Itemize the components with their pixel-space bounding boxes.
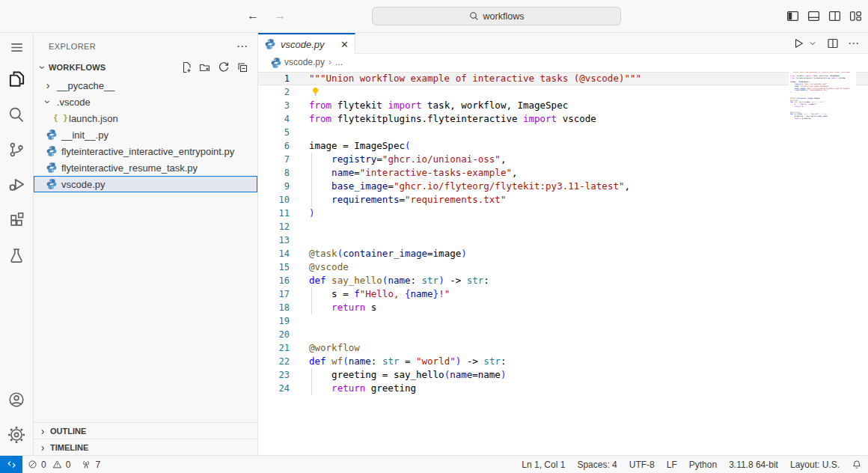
code-line-12[interactable]: 12 [258,220,868,234]
new-file-icon[interactable] [180,61,192,73]
breadcrumb-file[interactable]: vscode.py [284,57,325,67]
explorer-more-actions-icon[interactable]: ⋯ [236,40,248,53]
run-dropdown-chevron-icon[interactable] [809,37,816,49]
breadcrumb[interactable]: vscode.py › ... [258,54,868,70]
activity-item-testing[interactable] [0,237,34,272]
line-number[interactable]: 22 [258,355,309,368]
line-number[interactable]: 4 [258,112,309,126]
encoding-status[interactable]: UTF-8 [623,456,661,473]
code-line-1[interactable]: 1"""Union workflow example of interactiv… [258,72,868,85]
code-editor[interactable]: 1"""Union workflow example of interactiv… [258,70,868,455]
indentation-status[interactable]: Spaces: 4 [571,456,623,473]
code-line-4[interactable]: 4from flytekitplugins.flyteinteractive i… [258,112,868,126]
code-line-2[interactable]: 2 [258,85,868,99]
tab-vscode-py[interactable]: vscode.py ✕ [258,33,355,54]
problems-status[interactable]: 0 0 [22,456,76,473]
file-tree-item-flyteinteractive-interactive-entrypoint-py[interactable]: flyteinteractive_interactive_entrypoint.… [34,143,257,159]
activity-item-source-control[interactable] [0,132,34,167]
code-line-16[interactable]: 16def say_hello(name: str) -> str: [258,274,868,287]
line-number[interactable]: 1 [258,72,309,85]
activity-item-explorer[interactable] [0,61,34,97]
code-line-17[interactable]: 17 s = f"Hello, {name}!" [258,287,868,301]
breadcrumb-symbol[interactable]: ... [335,57,343,67]
navigate-back-icon[interactable]: ← [247,9,259,22]
new-folder-icon[interactable] [199,61,211,73]
code-line-10[interactable]: 10 requirements="requirements.txt" [258,193,868,207]
line-number[interactable]: 15 [258,260,309,274]
code-line-21[interactable]: 21@workflow [258,341,868,355]
code-line-6[interactable]: 6image = ImageSpec( [258,139,868,153]
workflows-section-header[interactable]: › WORKFLOWS [34,59,257,76]
activity-item-menu[interactable] [0,33,34,61]
file-tree-item-vscode-py[interactable]: vscode.py [34,176,257,192]
keyboard-layout-status[interactable]: Layout: U.S. [784,456,846,473]
cursor-position-status[interactable]: Ln 1, Col 1 [516,456,571,473]
file-tree-item-launch-json[interactable]: { }launch.json [34,110,257,126]
line-number[interactable]: 5 [258,126,309,139]
line-number[interactable]: 21 [258,341,309,355]
code-line-5[interactable]: 5 [258,126,868,139]
code-line-11[interactable]: 11) [258,207,868,220]
navigate-forward-icon[interactable]: → [274,9,286,22]
file-tree-item--init-py[interactable]: __init__.py [34,126,257,143]
minimap[interactable]: """Union workflow example of interactive… [789,72,856,162]
line-number[interactable]: 7 [258,153,309,166]
file-tree-item--pycache-[interactable]: ›__pycache__ [34,77,257,94]
activity-item-settings-gear[interactable] [0,417,34,452]
line-number[interactable]: 14 [258,247,309,260]
line-number[interactable]: 24 [258,382,309,395]
activity-item-extensions[interactable] [0,202,34,237]
python-interpreter-status[interactable]: 3.11.8 64-bit [723,456,784,473]
editor-more-actions-icon[interactable]: ⋯ [848,37,859,49]
line-number[interactable]: 16 [258,274,309,287]
line-number[interactable]: 12 [258,220,309,234]
line-number[interactable]: 10 [258,193,309,207]
line-number[interactable]: 6 [258,139,309,153]
toggle-panel-icon[interactable] [807,10,820,22]
toggle-primary-sidebar-icon[interactable] [786,10,799,22]
code-line-15[interactable]: 15@vscode [258,260,868,274]
activity-item-account[interactable] [0,382,34,417]
code-line-19[interactable]: 19 [258,314,868,328]
code-line-13[interactable]: 13 [258,234,868,247]
language-mode-status[interactable]: Python [683,456,723,473]
code-line-23[interactable]: 23 greeting = say_hello(name=name) [258,368,868,382]
line-number[interactable]: 11 [258,207,309,220]
forwarded-ports-status[interactable]: 7 [76,456,106,473]
code-line-3[interactable]: 3from flytekit import task, workflow, Im… [258,99,868,112]
refresh-icon[interactable] [218,61,230,73]
code-line-8[interactable]: 8 name="interactive-tasks-example", [258,166,868,180]
line-number[interactable]: 23 [258,368,309,382]
remote-indicator[interactable] [0,456,22,473]
eol-status[interactable]: LF [661,456,683,473]
code-line-7[interactable]: 7 registry="ghcr.io/unionai-oss", [258,153,868,166]
activity-item-search[interactable] [0,97,34,132]
toggle-secondary-sidebar-icon[interactable] [828,10,841,22]
line-number[interactable]: 18 [258,301,309,314]
line-number[interactable]: 9 [258,180,309,193]
code-line-20[interactable]: 20 [258,328,868,341]
notifications-bell[interactable] [846,456,868,473]
line-number[interactable]: 20 [258,328,309,341]
activity-item-run-and-debug[interactable] [0,167,34,202]
outline-section[interactable]: › OUTLINE [34,422,257,439]
split-editor-icon[interactable] [827,37,839,49]
close-tab-icon[interactable]: ✕ [340,39,349,50]
code-line-22[interactable]: 22def wf(name: str = "world") -> str: [258,355,868,368]
line-number[interactable]: 3 [258,99,309,112]
code-line-14[interactable]: 14@task(container_image=image) [258,247,868,260]
customize-layout-icon[interactable] [849,10,862,22]
line-number[interactable]: 17 [258,287,309,301]
code-line-18[interactable]: 18 return s [258,301,868,314]
timeline-section[interactable]: › TIMELINE [34,439,257,455]
command-center-search[interactable]: workflows [372,7,621,25]
line-number[interactable]: 19 [258,314,309,328]
line-number[interactable]: 13 [258,234,309,247]
file-tree-item--vscode[interactable]: ›.vscode [34,94,257,110]
code-line-9[interactable]: 9 base_image="ghcr.io/flyteorg/flytekit:… [258,180,868,193]
file-tree-item-flyteinteractive-resume-task-py[interactable]: flyteinteractive_resume_task.py [34,159,257,176]
line-number[interactable]: 2 [258,85,309,99]
code-line-24[interactable]: 24 return greeting [258,382,868,395]
collapse-all-icon[interactable] [236,61,248,73]
line-number[interactable]: 8 [258,166,309,180]
